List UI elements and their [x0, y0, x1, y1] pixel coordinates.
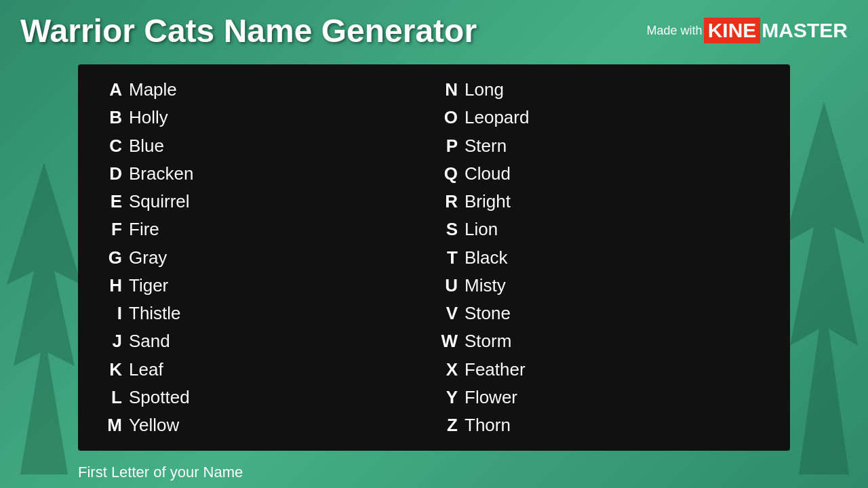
name-word: Long: [465, 79, 504, 100]
list-item: KLeaf: [98, 358, 434, 382]
footer-text: First Letter of your Name: [78, 464, 243, 481]
letter-label: B: [98, 107, 122, 128]
name-word: Fire: [129, 219, 159, 240]
name-word: Lion: [465, 219, 498, 240]
letter-label: C: [98, 136, 122, 157]
list-item: BHolly: [98, 106, 434, 129]
letter-label: E: [98, 191, 122, 212]
name-word: Stern: [465, 136, 507, 157]
letter-label: O: [434, 107, 458, 128]
name-word: Bright: [465, 191, 511, 212]
list-item: AMaple: [98, 78, 434, 102]
list-item: TBlack: [434, 246, 770, 270]
list-item: CBlue: [98, 134, 434, 158]
list-item: SLion: [434, 218, 770, 241]
kine-label: KINE: [704, 18, 761, 43]
letter-label: R: [434, 191, 458, 212]
name-word: Misty: [465, 275, 506, 296]
list-item: LSpotted: [98, 386, 434, 409]
list-item: WStorm: [434, 329, 770, 353]
letter-label: N: [434, 79, 458, 100]
letter-label: V: [434, 303, 458, 324]
list-item: OLeopard: [434, 106, 770, 129]
letter-label: X: [434, 359, 458, 380]
letter-label: L: [98, 387, 122, 408]
name-word: Blue: [129, 136, 164, 157]
list-item: XFeather: [434, 358, 770, 382]
letter-label: M: [98, 415, 122, 436]
list-item: PStern: [434, 134, 770, 158]
letter-label: Z: [434, 415, 458, 436]
tree-left-icon: [0, 149, 88, 488]
list-item: ESquirrel: [98, 190, 434, 214]
name-word: Yellow: [129, 415, 179, 436]
list-item: UMisty: [434, 274, 770, 298]
header: Warrior Cats Name Generator Made with KI…: [0, 0, 868, 61]
list-item: ZThorn: [434, 413, 770, 437]
name-word: Squirrel: [129, 191, 190, 212]
letter-label: I: [98, 303, 122, 324]
name-word: Stone: [465, 303, 511, 324]
letter-label: A: [98, 79, 122, 100]
list-item: IThistle: [98, 302, 434, 325]
letter-label: T: [434, 247, 458, 268]
name-word: Gray: [129, 247, 167, 268]
kinemaster-badge: Made with KINE MASTER: [647, 18, 848, 43]
list-item: YFlower: [434, 386, 770, 409]
name-word: Spotted: [129, 387, 190, 408]
left-column: AMapleBHollyCBlueDBrackenESquirrelFFireG…: [98, 78, 434, 437]
name-word: Bracken: [129, 163, 193, 184]
letter-label: H: [98, 275, 122, 296]
name-word: Thistle: [129, 303, 181, 324]
tree-right-icon: [780, 95, 868, 488]
letter-label: Q: [434, 163, 458, 184]
letter-label: U: [434, 275, 458, 296]
list-item: FFire: [98, 218, 434, 241]
name-word: Sand: [129, 331, 170, 352]
name-word: Tiger: [129, 275, 168, 296]
name-word: Leaf: [129, 359, 163, 380]
name-word: Feather: [465, 359, 526, 380]
svg-marker-0: [7, 163, 81, 474]
letter-label: S: [434, 219, 458, 240]
content-box: AMapleBHollyCBlueDBrackenESquirrelFFireG…: [78, 64, 790, 451]
name-word: Leopard: [465, 107, 529, 128]
name-word: Storm: [465, 331, 511, 352]
name-word: Cloud: [465, 163, 511, 184]
list-item: GGray: [98, 246, 434, 270]
letter-label: F: [98, 219, 122, 240]
letter-label: K: [98, 359, 122, 380]
svg-marker-1: [783, 102, 865, 474]
name-word: Maple: [129, 79, 177, 100]
list-item: HTiger: [98, 274, 434, 298]
list-item: JSand: [98, 329, 434, 353]
list-item: RBright: [434, 190, 770, 214]
name-word: Thorn: [465, 415, 511, 436]
letter-label: D: [98, 163, 122, 184]
list-item: DBracken: [98, 162, 434, 186]
right-column: NLongOLeopardPSternQCloudRBrightSLionTBl…: [434, 78, 770, 437]
list-item: QCloud: [434, 162, 770, 186]
name-word: Holly: [129, 107, 168, 128]
letter-label: J: [98, 331, 122, 352]
list-item: MYellow: [98, 413, 434, 437]
name-word: Black: [465, 247, 508, 268]
list-item: VStone: [434, 302, 770, 325]
made-with-label: Made with: [647, 24, 703, 38]
letter-label: P: [434, 136, 458, 157]
master-label: MASTER: [762, 19, 848, 42]
letter-label: Y: [434, 387, 458, 408]
list-item: NLong: [434, 78, 770, 102]
name-word: Flower: [465, 387, 517, 408]
letter-label: G: [98, 247, 122, 268]
page-title: Warrior Cats Name Generator: [20, 12, 477, 49]
letter-label: W: [434, 331, 458, 352]
